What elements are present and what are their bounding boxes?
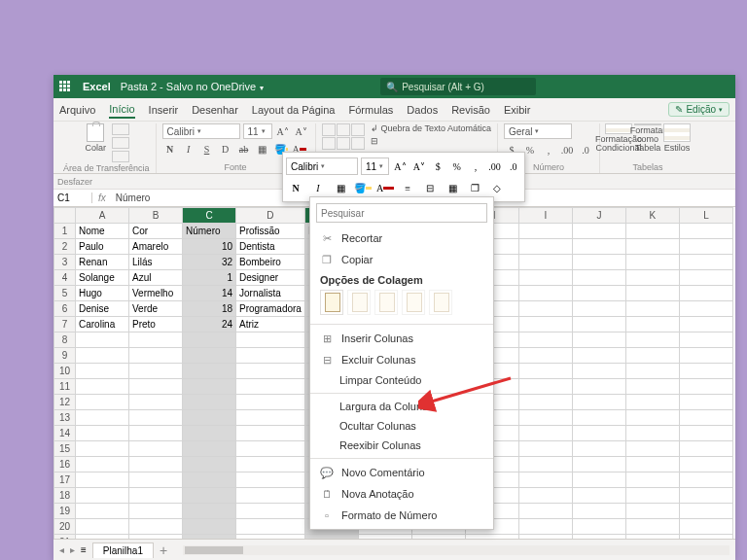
cell[interactable] bbox=[572, 441, 625, 457]
cell[interactable] bbox=[572, 457, 625, 472]
row-header[interactable]: 5 bbox=[54, 286, 76, 301]
cell[interactable] bbox=[679, 410, 732, 426]
merge-button[interactable]: ⊟ bbox=[371, 136, 491, 146]
cell[interactable] bbox=[518, 239, 572, 255]
col-header-K[interactable]: K bbox=[625, 208, 679, 224]
mini-clear-icon[interactable]: ◇ bbox=[487, 179, 507, 196]
row-header[interactable]: 11 bbox=[54, 379, 76, 395]
cell[interactable] bbox=[183, 504, 236, 519]
cell[interactable] bbox=[625, 410, 679, 426]
cell[interactable] bbox=[679, 535, 732, 540]
tab-layout[interactable]: Layout da Página bbox=[252, 104, 336, 116]
conditional-formatting-button[interactable]: Formatação Condicional bbox=[606, 123, 631, 153]
fx-icon[interactable]: fx bbox=[92, 192, 112, 203]
font-size-select[interactable]: 11▾ bbox=[243, 123, 272, 139]
cell[interactable] bbox=[236, 348, 305, 364]
cell[interactable] bbox=[518, 504, 572, 519]
cell[interactable] bbox=[679, 255, 732, 270]
row-header[interactable]: 16 bbox=[54, 457, 76, 472]
italic-button[interactable]: I bbox=[181, 141, 196, 157]
comma-button[interactable]: , bbox=[541, 142, 556, 158]
cell[interactable] bbox=[572, 379, 625, 395]
cell[interactable] bbox=[129, 348, 183, 364]
tab-desenhar[interactable]: Desenhar bbox=[192, 104, 238, 116]
cell[interactable] bbox=[625, 519, 679, 535]
cell[interactable]: Denise bbox=[76, 301, 129, 317]
cell[interactable] bbox=[572, 364, 625, 379]
cell[interactable] bbox=[236, 379, 305, 395]
cell[interactable] bbox=[183, 332, 236, 348]
cell[interactable]: Preto bbox=[129, 317, 183, 332]
mini-dec-decimal[interactable]: .0 bbox=[506, 158, 521, 175]
row-header[interactable]: 6 bbox=[54, 301, 76, 317]
context-number-format[interactable]: ▫Formato de Número bbox=[310, 505, 493, 526]
cell[interactable]: 18 bbox=[183, 301, 236, 317]
cell[interactable]: Nome bbox=[76, 224, 129, 239]
mini-align[interactable]: ≡ bbox=[398, 179, 417, 196]
row-header[interactable]: 15 bbox=[54, 441, 76, 457]
cell[interactable] bbox=[236, 410, 305, 426]
mini-font-select[interactable]: Calibri▾ bbox=[286, 158, 358, 175]
cell[interactable] bbox=[518, 410, 572, 426]
cell[interactable] bbox=[129, 519, 183, 535]
cell[interactable]: Número bbox=[183, 224, 236, 239]
cell[interactable] bbox=[76, 410, 129, 426]
cell[interactable] bbox=[572, 410, 625, 426]
cell[interactable] bbox=[625, 504, 679, 519]
cell[interactable] bbox=[236, 441, 305, 457]
cell[interactable] bbox=[572, 395, 625, 410]
cell[interactable] bbox=[625, 364, 679, 379]
cell[interactable]: Cor bbox=[129, 224, 183, 239]
cell[interactable] bbox=[625, 270, 679, 286]
cell[interactable] bbox=[236, 457, 305, 472]
cell[interactable] bbox=[358, 535, 411, 540]
row-header[interactable]: 14 bbox=[54, 426, 76, 441]
cell[interactable] bbox=[679, 317, 732, 332]
cell[interactable] bbox=[129, 379, 183, 395]
row-header[interactable]: 3 bbox=[54, 255, 76, 270]
bold-button[interactable]: N bbox=[162, 141, 178, 157]
cell[interactable] bbox=[625, 395, 679, 410]
cell[interactable] bbox=[129, 410, 183, 426]
context-insert-columns[interactable]: ⊞Inserir Colunas bbox=[310, 328, 493, 349]
cell[interactable] bbox=[518, 317, 572, 332]
cell[interactable] bbox=[518, 535, 572, 540]
mini-borders[interactable]: ▦ bbox=[331, 179, 350, 196]
cell[interactable]: Paulo bbox=[76, 239, 129, 255]
row-header[interactable]: 10 bbox=[54, 364, 76, 379]
cell[interactable] bbox=[129, 472, 183, 488]
cell[interactable] bbox=[76, 395, 129, 410]
cell[interactable] bbox=[572, 488, 625, 504]
cell[interactable] bbox=[518, 286, 572, 301]
cell[interactable]: 10 bbox=[183, 239, 236, 255]
cell[interactable] bbox=[183, 441, 236, 457]
cell[interactable]: Verde bbox=[129, 301, 183, 317]
cell[interactable] bbox=[129, 488, 183, 504]
cell[interactable] bbox=[76, 457, 129, 472]
cell[interactable] bbox=[572, 317, 625, 332]
mini-font-color[interactable]: A bbox=[375, 179, 395, 196]
cell[interactable] bbox=[572, 239, 625, 255]
cell[interactable] bbox=[183, 488, 236, 504]
cell[interactable] bbox=[572, 472, 625, 488]
cell[interactable] bbox=[679, 348, 732, 364]
cell[interactable] bbox=[679, 301, 732, 317]
mini-bold[interactable]: N bbox=[286, 179, 305, 196]
cell[interactable] bbox=[518, 395, 572, 410]
cell[interactable] bbox=[183, 395, 236, 410]
cell[interactable] bbox=[572, 301, 625, 317]
col-header-A[interactable]: A bbox=[76, 208, 129, 224]
name-box[interactable]: C1 bbox=[53, 192, 92, 203]
row-header[interactable]: 18 bbox=[54, 488, 76, 504]
context-hide-columns[interactable]: Ocultar Colunas bbox=[310, 416, 493, 436]
cell[interactable] bbox=[572, 519, 625, 535]
col-header-D[interactable]: D bbox=[236, 208, 305, 224]
cell[interactable] bbox=[625, 224, 679, 239]
cell[interactable] bbox=[236, 472, 305, 488]
col-header-L[interactable]: L bbox=[679, 208, 732, 224]
cell[interactable] bbox=[518, 457, 572, 472]
cell[interactable] bbox=[572, 286, 625, 301]
row-header[interactable]: 4 bbox=[54, 270, 76, 286]
context-copy[interactable]: ❐Copiar bbox=[310, 249, 493, 270]
cell[interactable] bbox=[518, 441, 572, 457]
